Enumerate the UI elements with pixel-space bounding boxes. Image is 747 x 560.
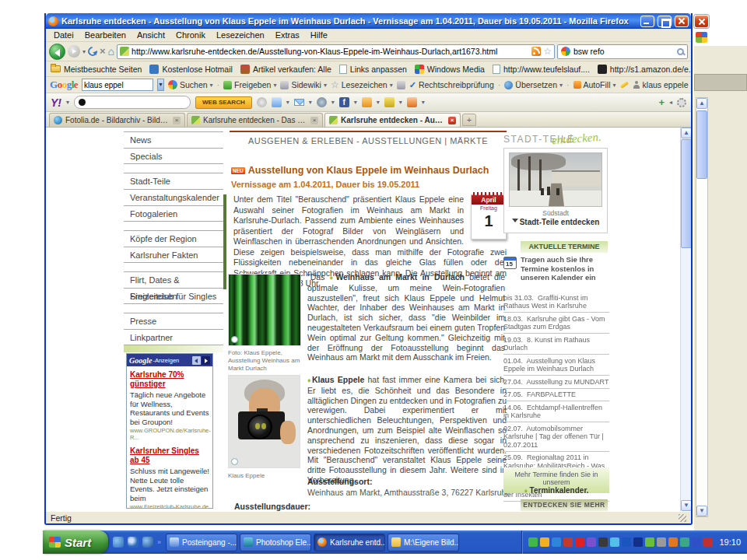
- event-item[interactable]: 14.06. Echtdampf-Hallentreffen in Karlsr…: [503, 401, 609, 422]
- messenger-icon[interactable]: [317, 97, 327, 107]
- nav-specials[interactable]: Specials: [124, 148, 223, 164]
- tab-close-icon[interactable]: ×: [173, 117, 181, 124]
- home-icon[interactable]: ⌂: [108, 46, 114, 57]
- bookmark-teufelslauf[interactable]: http://www.teufelslauf....: [493, 65, 590, 74]
- google-suchen-button[interactable]: Suchen▾: [168, 80, 213, 89]
- weinhaus-link[interactable]: Weinhaus am Markt in Durlach: [335, 272, 465, 282]
- menu-datei[interactable]: Datei: [49, 30, 79, 40]
- tray-icon[interactable]: [692, 537, 701, 547]
- tab-karlsruhe-entdecken[interactable]: Karlsruhe entdecken - Das Onl... ×: [187, 113, 323, 127]
- yahoo-search-input[interactable]: [89, 98, 186, 107]
- history-dropdown-icon[interactable]: ▾: [82, 48, 86, 55]
- termine-cta-link[interactable]: Tragen auch Sie Ihre Termine kostenlos i…: [521, 255, 611, 282]
- minimize-button[interactable]: [640, 16, 654, 27]
- start-button[interactable]: Start: [43, 530, 108, 554]
- nav-stadt-teile[interactable]: Stadt-Teile: [124, 173, 223, 189]
- google-lesezeichen-button[interactable]: ☆Lesezeichen▾: [331, 80, 393, 89]
- bookmark-star-icon[interactable]: ☆: [543, 47, 552, 56]
- google-search-engine-icon[interactable]: [561, 47, 570, 56]
- event-item[interactable]: 27.05. FARBPALETTE: [503, 389, 609, 402]
- bookmark-artikel-verkaufen[interactable]: Artikel verkaufen: Alle: [240, 65, 331, 74]
- tray-icon[interactable]: [680, 537, 689, 547]
- url-input[interactable]: [132, 47, 529, 56]
- flickr-icon[interactable]: [362, 97, 372, 107]
- search-input[interactable]: [573, 47, 674, 56]
- event-item[interactable]: 19.03. 8. Kunst im Rathaus Durlach: [503, 334, 609, 355]
- background-close-icon[interactable]: [694, 15, 709, 28]
- background-scrollbar[interactable]: ▲ ▼: [696, 97, 708, 517]
- tab-fotolia[interactable]: Fotolia.de - Bildarchiv - Bildage... ×: [49, 113, 185, 127]
- scroll-thumb[interactable]: [681, 139, 691, 248]
- collapse-icon[interactable]: ◂: [669, 99, 672, 106]
- event-item[interactable]: 18.03. Karlsruhe gibt Gas - Vom Stadtgas…: [503, 313, 609, 334]
- tray-icon[interactable]: [645, 537, 654, 547]
- google-grid-icon[interactable]: [397, 81, 405, 89]
- nav-freizeitclub[interactable]: Freizeitclub für Singles: [124, 288, 223, 304]
- google-sidewiki-button[interactable]: Sidewiki▾: [280, 80, 327, 89]
- pencil-circle-icon[interactable]: [257, 97, 267, 107]
- stop-icon[interactable]: ×: [100, 47, 106, 56]
- bookmark-amazon[interactable]: http://s1.amazon.de/e...: [598, 65, 691, 74]
- google-freigeben-button[interactable]: Freigeben▾: [223, 80, 276, 89]
- google-bookmark-klaus-eppele[interactable]: klaus eppele: [633, 80, 689, 89]
- tray-icon[interactable]: [552, 537, 561, 547]
- ad-link[interactable]: Karlsruher Singles ab 45: [130, 446, 209, 465]
- reload-icon[interactable]: [86, 45, 100, 58]
- scroll-down-icon[interactable]: ▼: [696, 506, 707, 516]
- tab-close-icon[interactable]: ×: [310, 117, 318, 124]
- zoom-icon[interactable]: [231, 458, 238, 465]
- ad-link[interactable]: Karlsruhe 70% günstiger: [130, 370, 209, 389]
- google-spellcheck-button[interactable]: ✓Rechtschreibprüfung: [409, 80, 494, 89]
- nav-veranstaltungskalender[interactable]: Veranstaltungskalender: [124, 189, 223, 205]
- close-button[interactable]: [675, 16, 689, 27]
- menu-chronik[interactable]: Chronik: [171, 30, 210, 40]
- task-posteingang[interactable]: Posteingang -...: [166, 534, 237, 551]
- briefcase-icon[interactable]: [384, 97, 395, 107]
- event-item[interactable]: 02.07. Automobilsommer Karlsruhe | Tag d…: [503, 422, 609, 452]
- tray-icon[interactable]: [587, 537, 596, 547]
- menu-bearbeiten[interactable]: Bearbeiten: [80, 30, 131, 40]
- avira-icon[interactable]: [575, 537, 584, 547]
- task-eigene-bilder[interactable]: M:\Eigene Bild...: [388, 534, 459, 551]
- add-app-icon[interactable]: +: [658, 96, 665, 108]
- yahoo-dropdown-icon[interactable]: ▾: [66, 99, 69, 106]
- explorer-icon[interactable]: [142, 537, 153, 548]
- settings-gear-icon[interactable]: [677, 98, 686, 107]
- scroll-down-icon[interactable]: ▼: [681, 500, 691, 511]
- browser-icon[interactable]: [128, 537, 139, 548]
- url-bar[interactable]: ☆: [117, 44, 555, 59]
- tray-icon[interactable]: [657, 537, 666, 547]
- event-item[interactable]: 01.04. Ausstellung von Klaus Eppele im W…: [503, 355, 609, 376]
- tray-icon[interactable]: [633, 537, 643, 547]
- bookmark-links-anpassen[interactable]: Links anpassen: [339, 65, 407, 74]
- highlighter-pen-icon[interactable]: [619, 81, 628, 89]
- tray-icon[interactable]: [668, 537, 678, 547]
- title-bar[interactable]: Karlsruhe entdecken - Ausstellung von Kl…: [46, 13, 691, 29]
- nav-presse[interactable]: Presse: [124, 313, 223, 329]
- tray-icon[interactable]: [540, 537, 549, 547]
- bookmark-hotmail[interactable]: Kostenlose Hotmail: [149, 65, 232, 74]
- scroll-up-icon[interactable]: ▲: [696, 98, 707, 109]
- tray-icon[interactable]: [598, 537, 608, 547]
- yahoo-search-box[interactable]: [74, 96, 191, 109]
- search-bar[interactable]: [557, 44, 688, 59]
- notepad-icon[interactable]: [272, 97, 282, 107]
- task-firefox-karlsruhe[interactable]: Karlsruhe entd...: [314, 534, 385, 551]
- bookmark-meistbesuchte[interactable]: Meistbesuchte Seiten: [51, 65, 142, 74]
- maximize-button[interactable]: [658, 16, 672, 27]
- google-translate-button[interactable]: Übersetzen▾: [504, 80, 563, 89]
- menu-ansicht[interactable]: Ansicht: [132, 30, 170, 40]
- tray-icon[interactable]: [610, 537, 619, 547]
- ads-prev-icon[interactable]: [192, 356, 201, 365]
- wine-bottles-photo[interactable]: [228, 274, 301, 346]
- scroll-up-icon[interactable]: ▲: [681, 128, 691, 138]
- tray-icon[interactable]: [622, 537, 631, 547]
- web-search-button[interactable]: WEB SEARCH: [195, 96, 252, 109]
- menu-lesezeichen[interactable]: Lesezeichen: [212, 30, 269, 40]
- nav-fotogalerien[interactable]: Fotogalerien: [124, 205, 223, 222]
- event-item[interactable]: bis 31.03. Graffiti-Kunst im Rathaus Wes…: [503, 292, 609, 313]
- nav-koepfe-der-region[interactable]: Köpfe der Region: [124, 230, 223, 247]
- mail-icon[interactable]: [294, 99, 304, 106]
- bookmark-windows-media[interactable]: Windows Media: [415, 65, 485, 74]
- internet-explorer-icon[interactable]: [113, 537, 124, 548]
